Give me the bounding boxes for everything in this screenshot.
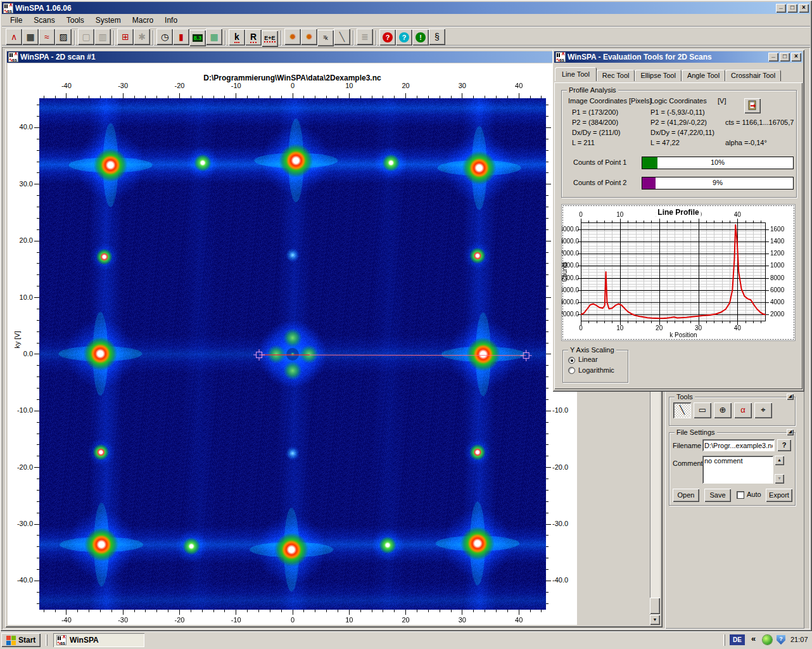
y-axis-scaling-label: Y Axis Scaling — [568, 346, 616, 354]
menu-item-file[interactable]: File — [4, 15, 28, 26]
r-scale-toolbar-button[interactable]: R — [245, 29, 262, 46]
histogram-toolbar-button[interactable]: ▮ — [173, 29, 189, 45]
paragraph-toolbar-button[interactable]: § — [429, 29, 445, 45]
close-button[interactable]: × — [799, 4, 809, 13]
tray-clock[interactable]: 21:07 — [790, 636, 808, 643]
collapse-tools-button[interactable]: ◢ — [787, 394, 794, 400]
eval-close-button[interactable]: × — [791, 53, 801, 61]
y-axis-tick — [37, 399, 39, 400]
y-axis-tick — [546, 411, 551, 411]
scan-heatmap[interactable] — [39, 98, 546, 610]
scan-grid-icon: ▦ — [26, 32, 34, 42]
x-axis-tick-label-bottom: 30 — [450, 616, 475, 624]
filename-help-button[interactable]: ? — [777, 439, 791, 451]
menu-item-system[interactable]: System — [90, 15, 127, 26]
x-axis-tick-label-top: 40 — [506, 82, 531, 89]
comment-textarea[interactable]: no comment — [702, 456, 773, 484]
line-tool-button[interactable]: ╲ — [673, 402, 691, 418]
menu-item-macro[interactable]: Macro — [127, 15, 159, 26]
tab-line-tool[interactable]: Line Tool — [555, 67, 597, 81]
main-titlebar[interactable]: ∿ss WinSPA 1.06.06 _ □ × — [2, 2, 810, 14]
auto-checkbox-box[interactable] — [737, 491, 744, 499]
eval-minimize-button[interactable]: _ — [768, 53, 778, 61]
x-axis-tick — [349, 93, 350, 98]
tab-crosshair-tool[interactable]: Crosshair Tool — [725, 70, 781, 81]
toolbar-separator — [225, 30, 226, 46]
auto-checkbox[interactable]: Auto — [737, 491, 761, 499]
crosshair-tool-button[interactable]: ⌖ — [754, 402, 772, 418]
copy-to-clipboard-button[interactable] — [744, 98, 761, 113]
y-axis-tick — [37, 252, 39, 253]
x-axis-tick-label-top: 10 — [336, 82, 362, 89]
paste-toolbar-button: ▥ — [94, 29, 111, 45]
eval-titlebar[interactable]: ∿ss WinSPA - Evaluation Tools for 2D Sca… — [554, 51, 802, 63]
angle-tool-button[interactable]: α — [734, 402, 752, 418]
x-axis-tick — [394, 610, 395, 612]
wrench-toolbar-button[interactable]: ╲ — [334, 29, 350, 45]
tray-chevrons-button[interactable]: « — [751, 634, 756, 643]
collapse-file-settings-button[interactable]: ◢ — [787, 429, 794, 435]
menu-item-tools[interactable]: Tools — [61, 15, 90, 26]
filename-input[interactable] — [702, 439, 775, 451]
eval-maximize-button[interactable]: □ — [780, 53, 790, 61]
x-axis-tick — [428, 96, 429, 98]
scan-window-icon: ∿ss — [8, 52, 18, 62]
x-axis-tick — [270, 610, 270, 612]
x-axis-tick-label-bottom: -40 — [54, 616, 79, 624]
language-indicator[interactable]: DE — [730, 634, 745, 645]
radio-linear[interactable]: Linear — [568, 356, 614, 364]
minimize-button[interactable]: _ — [776, 4, 786, 13]
logarithmic-radio[interactable] — [568, 367, 575, 374]
y-axis-tick — [37, 388, 39, 389]
y-axis-tick — [37, 195, 39, 196]
y-axis-tick — [37, 218, 39, 219]
hatch-toolbar-button[interactable]: ▨ — [55, 29, 72, 45]
app-icon: ∿ss — [3, 3, 13, 13]
gear-e-toolbar-button[interactable]: ✹ — [284, 29, 301, 45]
scroll-down-button[interactable]: ▼ — [650, 615, 660, 625]
export-button[interactable]: Export — [766, 489, 792, 502]
gear-2-toolbar-button[interactable]: ✹ — [301, 29, 317, 45]
tab-angle-tool[interactable]: Angle Tool — [682, 70, 725, 81]
start-button[interactable]: Start — [1, 633, 41, 647]
led-display-toolbar-button[interactable]: 8.3 — [189, 30, 206, 46]
scan-grid-toolbar-button[interactable]: ▦ — [22, 29, 39, 45]
save-button[interactable]: Save — [704, 489, 731, 502]
quicklaunch-divider[interactable] — [46, 634, 48, 646]
x-axis-tick — [77, 96, 78, 98]
info-toolbar-button[interactable]: ! — [412, 29, 429, 46]
menu-item-info[interactable]: Info — [159, 15, 183, 26]
tray-green-icon[interactable] — [763, 635, 772, 645]
spectrum-toolbar-button[interactable]: ∧ — [6, 29, 22, 45]
help-toolbar-button[interactable]: ? — [379, 29, 396, 46]
ellipse-tool-button[interactable]: ⊕ — [714, 402, 732, 418]
radio-logarithmic[interactable]: Logarithmic — [568, 366, 614, 375]
k3-axis-toolbar-button[interactable]: ³k — [317, 30, 334, 46]
e-scale-toolbar-button[interactable]: E+E — [262, 30, 278, 47]
tray-divider — [723, 634, 725, 646]
menu-item-scans[interactable]: Scans — [28, 15, 60, 26]
y-axis-tick — [546, 105, 549, 105]
board-toolbar-button[interactable]: ▦ — [206, 29, 222, 45]
y-axis-tick-label-left: 0.0 — [11, 350, 33, 357]
maximize-button[interactable]: □ — [787, 4, 797, 13]
tray-shield-icon[interactable]: ? — [777, 635, 785, 645]
multichart-icon: ⊞ — [122, 32, 129, 42]
curves-toolbar-button[interactable]: ≈ — [39, 29, 55, 45]
comment-scroll-down[interactable]: ▼ — [775, 474, 784, 484]
tools-group-label: Tools — [675, 393, 695, 401]
comment-scroll-up[interactable]: ▲ — [775, 456, 784, 465]
scroll-thumb[interactable] — [650, 598, 660, 614]
tab-ellipse-tool[interactable]: Ellipse Tool — [635, 70, 681, 81]
task-button-winspa[interactable]: ∿ss WinSPA — [53, 633, 144, 647]
star-toolbar-button: ✱ — [134, 29, 150, 45]
y-axis-tick — [546, 592, 549, 593]
multichart-toolbar-button[interactable]: ⊞ — [117, 29, 134, 45]
clock-toolbar-button[interactable]: ◷ — [156, 29, 173, 45]
tab-rec-tool[interactable]: Rec Tool — [597, 70, 635, 81]
context-help-toolbar-button[interactable]: ? — [396, 29, 412, 46]
k-scale-toolbar-button[interactable]: k — [229, 29, 245, 46]
linear-radio[interactable] — [568, 357, 575, 364]
open-button[interactable]: Open — [673, 489, 699, 502]
rect-tool-button[interactable]: ▭ — [694, 402, 711, 418]
